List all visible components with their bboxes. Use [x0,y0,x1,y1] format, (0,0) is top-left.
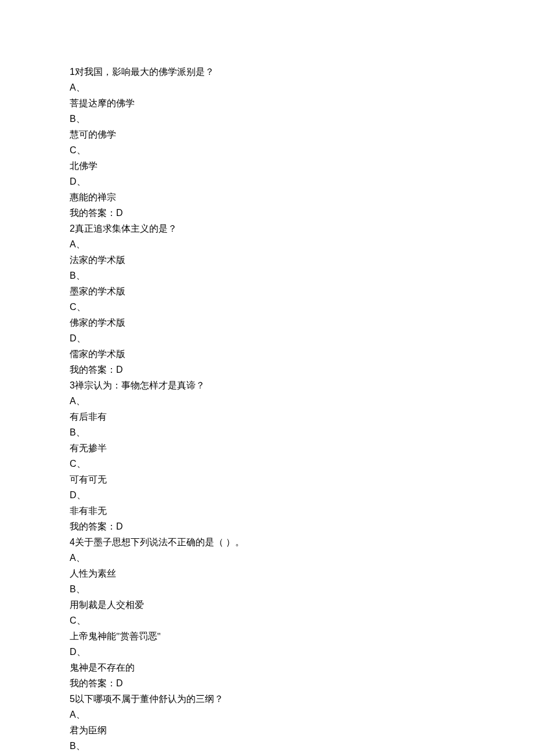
option-label: D、 [70,177,86,186]
answer-prefix: 我的答案： [70,521,116,531]
text-line: 儒家的学术版 [70,346,464,362]
option-label: A、 [70,82,85,92]
option-label: C、 [70,145,86,155]
text-line: D、 [70,174,464,189]
text-line: 有无掺半 [70,440,464,456]
option-text: 非有非无 [70,506,107,516]
answer-value: D [116,365,123,375]
question-number: 3 [70,380,75,390]
question-stem: 真正追求集体主义的是？ [75,224,177,233]
text-line: A、 [70,550,464,566]
text-line: C、 [70,142,464,158]
text-line: A、 [70,393,464,409]
question-number: 1 [70,67,75,77]
question-number: 5 [70,694,75,704]
text-line: 可有可无 [70,471,464,487]
option-label: A、 [70,710,85,719]
option-text: 惠能的禅宗 [70,192,116,202]
answer-prefix: 我的答案： [70,208,116,218]
option-label: D、 [70,333,86,343]
text-line: B、 [70,268,464,283]
option-text: 儒家的学术版 [70,349,125,359]
text-line: 菩提达摩的佛学 [70,95,464,111]
question-stem: 以下哪项不属于董仲舒认为的三纲？ [75,694,223,704]
option-label: D、 [70,490,86,500]
option-text: 菩提达摩的佛学 [70,98,135,108]
text-line: 慧可的佛学 [70,127,464,142]
text-line: 上帝鬼神能"赏善罚恶" [70,628,464,644]
text-line: 惠能的禅宗 [70,189,464,205]
text-line: D、 [70,330,464,346]
answer-prefix: 我的答案： [70,365,116,375]
text-line: C、 [70,299,464,315]
answer-value: D [116,521,123,531]
text-line: B、 [70,111,464,127]
option-text: 君为臣纲 [70,725,107,735]
text-line: 我的答案：D [70,519,464,534]
answer-prefix: 我的答案： [70,678,116,688]
option-label: A、 [70,553,85,563]
text-line: A、 [70,707,464,722]
text-line: 我的答案：D [70,362,464,377]
text-line: 墨家的学术版 [70,283,464,299]
option-label: B、 [70,741,85,751]
question-number: 2 [70,224,75,233]
text-line: 我的答案：D [70,205,464,221]
text-line: A、 [70,80,464,95]
option-text: 有后非有 [70,412,107,422]
text-line: 用制裁是人交相爱 [70,597,464,613]
option-label: A、 [70,239,85,249]
text-line: 人性为素丝 [70,566,464,581]
text-line: 我的答案：D [70,675,464,691]
text-line: 非有非无 [70,503,464,519]
question-stem: 关于墨子思想下列说法不正确的是（ ）。 [75,537,244,547]
option-label: D、 [70,647,86,657]
text-line: B、 [70,738,464,754]
text-line: 1对我国，影响最大的佛学派别是？ [70,64,464,80]
option-label: B、 [70,427,85,437]
text-line: 4关于墨子思想下列说法不正确的是（ ）。 [70,534,464,550]
question-number: 4 [70,537,75,547]
text-line: C、 [70,613,464,628]
option-text: 用制裁是人交相爱 [70,600,144,610]
question-stem: 对我国，影响最大的佛学派别是？ [75,67,214,77]
text-line: 北佛学 [70,158,464,174]
option-text: 有无掺半 [70,443,107,453]
text-line: 鬼神是不存在的 [70,660,464,675]
answer-value: D [116,208,123,218]
option-label: B、 [70,271,85,280]
option-label: A、 [70,396,85,406]
question-stem: 禅宗认为：事物怎样才是真谛？ [75,380,205,390]
option-text: 北佛学 [70,161,98,171]
text-line: A、 [70,236,464,252]
text-line: B、 [70,581,464,597]
text-line: D、 [70,644,464,660]
text-line: 君为臣纲 [70,722,464,738]
text-line: 佛家的学术版 [70,315,464,330]
option-text: 可有可无 [70,474,107,484]
option-label: B、 [70,114,85,124]
text-line: 3禅宗认为：事物怎样才是真谛？ [70,377,464,393]
text-line: B、 [70,424,464,440]
text-line: C、 [70,456,464,471]
text-line: 有后非有 [70,409,464,424]
option-label: B、 [70,584,85,594]
option-text: 墨家的学术版 [70,286,125,296]
option-text: 慧可的佛学 [70,129,116,139]
text-line: D、 [70,487,464,503]
text-line: 法家的学术版 [70,252,464,268]
text-line: 5以下哪项不属于董仲舒认为的三纲？ [70,691,464,707]
option-text: 人性为素丝 [70,568,116,578]
option-text: 鬼神是不存在的 [70,663,135,672]
answer-value: D [116,678,123,688]
option-label: C、 [70,459,86,469]
option-label: C、 [70,615,86,625]
option-text: 法家的学术版 [70,255,125,265]
option-text: 上帝鬼神能"赏善罚恶" [70,631,161,641]
option-label: C、 [70,302,86,312]
text-line: 2真正追求集体主义的是？ [70,221,464,236]
option-text: 佛家的学术版 [70,318,125,327]
